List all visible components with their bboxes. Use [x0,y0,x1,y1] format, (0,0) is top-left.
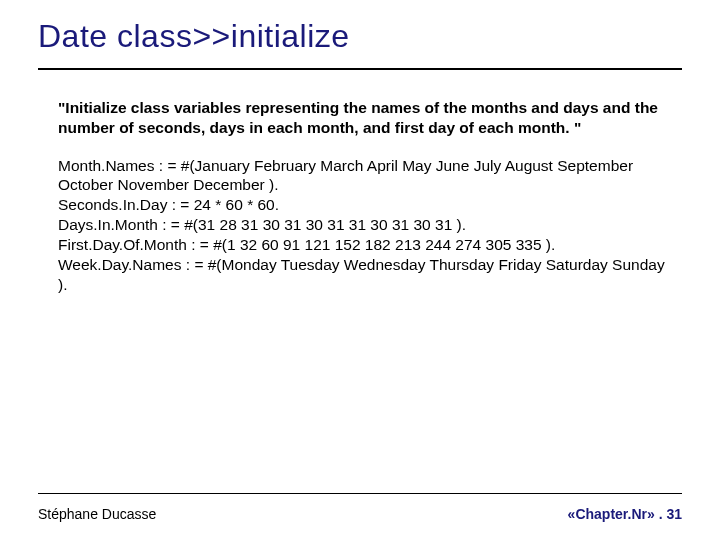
code-line: Days.In.Month : = #(31 28 31 30 31 30 31… [58,215,672,235]
code-line: Week.Day.Names : = #(Monday Tuesday Wedn… [58,255,672,295]
method-comment: "Initialize class variables representing… [58,98,672,138]
footer-author: Stéphane Ducasse [38,506,156,522]
title-underline [38,68,682,70]
code-line: First.Day.Of.Month : = #(1 32 60 91 121 … [58,235,672,255]
method-code: Month.Names : = #(January February March… [58,156,672,295]
code-line: Seconds.In.Day : = 24 * 60 * 60. [58,195,672,215]
code-line: Month.Names : = #(January February March… [58,156,672,196]
footer-rule [38,493,682,494]
slide-body: "Initialize class variables representing… [58,98,672,294]
slide: Date class>>initialize "Initialize class… [0,0,720,540]
slide-title: Date class>>initialize [38,18,350,55]
footer-page: «Chapter.Nr» . 31 [568,506,682,522]
